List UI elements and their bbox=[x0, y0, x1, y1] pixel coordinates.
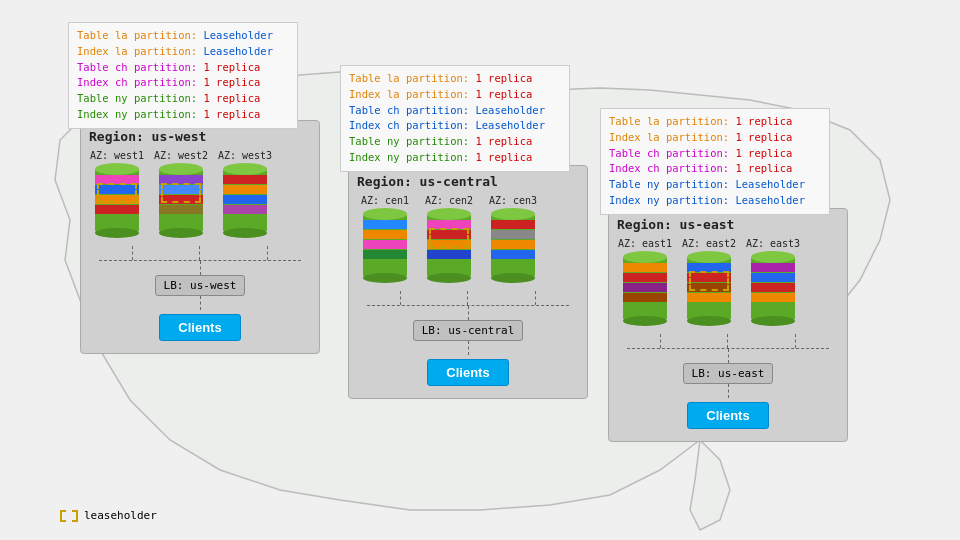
legend-box bbox=[60, 510, 78, 522]
az-cen3: AZ: cen3 bbox=[485, 195, 541, 283]
az-cen2-label: AZ: cen2 bbox=[425, 195, 473, 206]
clients-button-east[interactable]: Clients bbox=[687, 402, 768, 429]
info-central-line1: Table la partition: 1 replica bbox=[349, 71, 561, 87]
az-row-central: AZ: cen1 AZ: cen2 bbox=[357, 195, 579, 283]
az-west3-label: AZ: west3 bbox=[218, 150, 272, 161]
info-east-line4: Index ch partition: 1 replica bbox=[609, 161, 821, 177]
az-cen3-label: AZ: cen3 bbox=[489, 195, 537, 206]
info-central-line3: Table ch partition: Leaseholder bbox=[349, 103, 561, 119]
az-west3: AZ: west3 bbox=[217, 150, 273, 238]
lb-west: LB: us-west bbox=[155, 275, 246, 296]
az-row-west: AZ: west1 AZ: west2 bbox=[89, 150, 311, 238]
info-east-line5: Table ny partition: Leaseholder bbox=[609, 177, 821, 193]
info-east-line2: Index la partition: 1 replica bbox=[609, 130, 821, 146]
info-central-line5: Table ny partition: 1 replica bbox=[349, 134, 561, 150]
az-cen1-label: AZ: cen1 bbox=[361, 195, 409, 206]
info-west-line2: Index la partition: Leaseholder bbox=[77, 44, 289, 60]
region-panel-us-central: Region: us-central AZ: cen1 AZ: cen2 bbox=[348, 165, 588, 399]
clients-button-central[interactable]: Clients bbox=[427, 359, 508, 386]
region-title-us-central: Region: us-central bbox=[357, 174, 579, 189]
az-row-east: AZ: east1 AZ: east2 bbox=[617, 238, 839, 326]
lb-central: LB: us-central bbox=[413, 320, 524, 341]
info-central-line6: Index ny partition: 1 replica bbox=[349, 150, 561, 166]
az-cen2: AZ: cen2 bbox=[421, 195, 477, 283]
region-panel-us-east: Region: us-east AZ: east1 AZ: east2 bbox=[608, 208, 848, 442]
info-panel-west: Table la partition: Leaseholder Index la… bbox=[68, 22, 298, 129]
az-east3-label: AZ: east3 bbox=[746, 238, 800, 249]
region-title-us-east: Region: us-east bbox=[617, 217, 839, 232]
clients-button-west[interactable]: Clients bbox=[159, 314, 240, 341]
info-east-line6: Index ny partition: Leaseholder bbox=[609, 193, 821, 209]
az-east1: AZ: east1 bbox=[617, 238, 673, 326]
region-panel-us-west: Region: us-west AZ: west1 AZ: bbox=[80, 120, 320, 354]
info-east-line3: Table ch partition: 1 replica bbox=[609, 146, 821, 162]
az-east2: AZ: east2 bbox=[681, 238, 737, 326]
info-west-line1: Table la partition: Leaseholder bbox=[77, 28, 289, 44]
region-title-us-west: Region: us-west bbox=[89, 129, 311, 144]
az-east3: AZ: east3 bbox=[745, 238, 801, 326]
az-east2-label: AZ: east2 bbox=[682, 238, 736, 249]
info-west-line6: Index ny partition: 1 replica bbox=[77, 107, 289, 123]
info-central-line4: Index ch partition: Leaseholder bbox=[349, 118, 561, 134]
az-west1-label: AZ: west1 bbox=[90, 150, 144, 161]
lb-east: LB: us-east bbox=[683, 363, 774, 384]
az-cen1: AZ: cen1 bbox=[357, 195, 413, 283]
az-west2-label: AZ: west2 bbox=[154, 150, 208, 161]
info-west-line5: Table ny partition: 1 replica bbox=[77, 91, 289, 107]
info-east-line1: Table la partition: 1 replica bbox=[609, 114, 821, 130]
legend-label: leaseholder bbox=[84, 509, 157, 522]
info-west-line4: Index ch partition: 1 replica bbox=[77, 75, 289, 91]
info-panel-central: Table la partition: 1 replica Index la p… bbox=[340, 65, 570, 172]
info-west-line3: Table ch partition: 1 replica bbox=[77, 60, 289, 76]
info-panel-east: Table la partition: 1 replica Index la p… bbox=[600, 108, 830, 215]
az-west1: AZ: west1 bbox=[89, 150, 145, 238]
legend: leaseholder bbox=[60, 509, 157, 522]
info-central-line2: Index la partition: 1 replica bbox=[349, 87, 561, 103]
az-east1-label: AZ: east1 bbox=[618, 238, 672, 249]
az-west2: AZ: west2 bbox=[153, 150, 209, 238]
